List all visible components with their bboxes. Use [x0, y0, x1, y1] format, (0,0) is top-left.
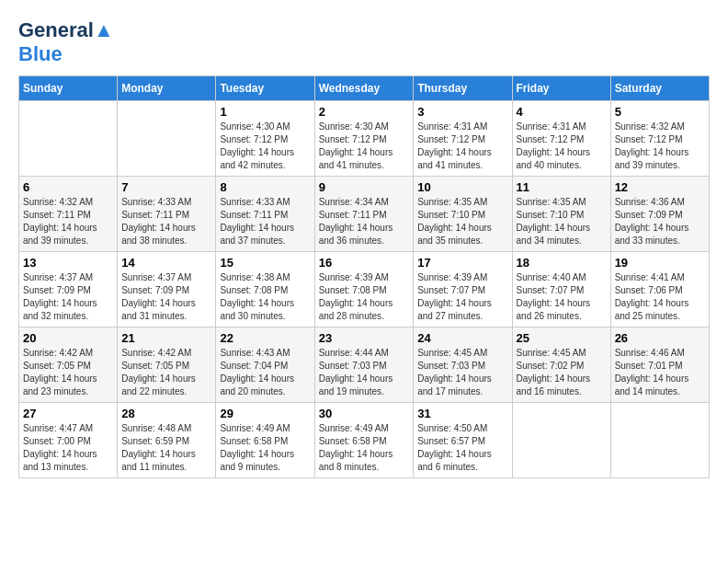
weekday-header: Friday: [512, 76, 610, 101]
calendar-cell: 15Sunrise: 4:38 AMSunset: 7:08 PMDayligh…: [216, 252, 314, 327]
day-number: 21: [121, 331, 211, 345]
calendar-cell: 30Sunrise: 4:49 AMSunset: 6:58 PMDayligh…: [314, 403, 414, 478]
calendar-cell: 11Sunrise: 4:35 AMSunset: 7:10 PMDayligh…: [512, 177, 610, 252]
page-header: General▲ Blue: [18, 18, 710, 66]
day-number: 6: [23, 180, 113, 194]
calendar-table: SundayMondayTuesdayWednesdayThursdayFrid…: [18, 75, 710, 478]
day-info: Sunrise: 4:49 AMSunset: 6:58 PMDaylight:…: [319, 422, 410, 474]
day-info: Sunrise: 4:35 AMSunset: 7:10 PMDaylight:…: [517, 196, 607, 247]
calendar-cell: 6Sunrise: 4:32 AMSunset: 7:11 PMDaylight…: [19, 177, 118, 252]
weekday-header: Saturday: [610, 76, 709, 101]
calendar-cell: 10Sunrise: 4:35 AMSunset: 7:10 PMDayligh…: [414, 177, 512, 252]
day-info: Sunrise: 4:49 AMSunset: 6:58 PMDaylight:…: [220, 422, 310, 474]
calendar-cell: 2Sunrise: 4:30 AMSunset: 7:12 PMDaylight…: [314, 101, 414, 177]
day-number: 14: [121, 256, 211, 270]
calendar-cell: 18Sunrise: 4:40 AMSunset: 7:07 PMDayligh…: [512, 252, 610, 327]
day-number: 19: [615, 256, 705, 270]
day-number: 3: [417, 105, 507, 119]
day-info: Sunrise: 4:33 AMSunset: 7:11 PMDaylight:…: [121, 196, 211, 247]
day-info: Sunrise: 4:46 AMSunset: 7:01 PMDaylight:…: [615, 347, 705, 398]
day-info: Sunrise: 4:38 AMSunset: 7:08 PMDaylight:…: [220, 271, 310, 323]
day-info: Sunrise: 4:30 AMSunset: 7:12 PMDaylight:…: [319, 121, 410, 172]
calendar-cell: 29Sunrise: 4:49 AMSunset: 6:58 PMDayligh…: [216, 403, 314, 478]
day-number: 25: [517, 331, 607, 345]
calendar-cell: 9Sunrise: 4:34 AMSunset: 7:11 PMDaylight…: [314, 177, 414, 252]
day-info: Sunrise: 4:32 AMSunset: 7:12 PMDaylight:…: [615, 121, 705, 172]
day-number: 5: [615, 105, 705, 119]
day-number: 22: [220, 331, 310, 345]
day-number: 17: [417, 256, 507, 270]
calendar-cell: 21Sunrise: 4:42 AMSunset: 7:05 PMDayligh…: [118, 327, 216, 403]
weekday-header: Monday: [118, 76, 216, 101]
calendar-cell: 14Sunrise: 4:37 AMSunset: 7:09 PMDayligh…: [118, 252, 216, 327]
day-number: 13: [23, 256, 113, 270]
calendar-cell: 20Sunrise: 4:42 AMSunset: 7:05 PMDayligh…: [19, 327, 118, 403]
calendar-cell: 3Sunrise: 4:31 AMSunset: 7:12 PMDaylight…: [414, 101, 512, 177]
day-info: Sunrise: 4:32 AMSunset: 7:11 PMDaylight:…: [23, 196, 113, 247]
calendar-cell: 26Sunrise: 4:46 AMSunset: 7:01 PMDayligh…: [610, 327, 709, 403]
logo: General▲ Blue: [18, 18, 114, 66]
day-info: Sunrise: 4:50 AMSunset: 6:57 PMDaylight:…: [417, 422, 507, 474]
day-number: 7: [121, 180, 211, 194]
day-info: Sunrise: 4:35 AMSunset: 7:10 PMDaylight:…: [417, 196, 507, 247]
day-number: 28: [121, 407, 211, 420]
day-info: Sunrise: 4:43 AMSunset: 7:04 PMDaylight:…: [220, 347, 310, 398]
day-number: 20: [23, 331, 113, 345]
day-info: Sunrise: 4:37 AMSunset: 7:09 PMDaylight:…: [121, 271, 211, 323]
day-info: Sunrise: 4:45 AMSunset: 7:03 PMDaylight:…: [417, 347, 507, 398]
day-info: Sunrise: 4:33 AMSunset: 7:11 PMDaylight:…: [220, 196, 310, 247]
day-number: 12: [615, 180, 705, 194]
day-info: Sunrise: 4:31 AMSunset: 7:12 PMDaylight:…: [417, 121, 507, 172]
calendar-cell: 28Sunrise: 4:48 AMSunset: 6:59 PMDayligh…: [118, 403, 216, 478]
day-info: Sunrise: 4:42 AMSunset: 7:05 PMDaylight:…: [121, 347, 211, 398]
day-number: 18: [517, 256, 607, 270]
day-number: 31: [417, 407, 507, 420]
day-number: 24: [417, 331, 507, 345]
day-info: Sunrise: 4:44 AMSunset: 7:03 PMDaylight:…: [319, 347, 410, 398]
day-info: Sunrise: 4:40 AMSunset: 7:07 PMDaylight:…: [517, 271, 607, 323]
weekday-header: Sunday: [19, 76, 118, 101]
calendar-cell: 1Sunrise: 4:30 AMSunset: 7:12 PMDaylight…: [216, 101, 314, 177]
day-info: Sunrise: 4:37 AMSunset: 7:09 PMDaylight:…: [23, 271, 113, 323]
calendar-cell: 19Sunrise: 4:41 AMSunset: 7:06 PMDayligh…: [610, 252, 709, 327]
day-number: 16: [319, 256, 410, 270]
logo-text: General▲ Blue: [18, 18, 114, 66]
calendar-cell: 27Sunrise: 4:47 AMSunset: 7:00 PMDayligh…: [19, 403, 118, 478]
day-number: 26: [615, 331, 705, 345]
calendar-cell: 13Sunrise: 4:37 AMSunset: 7:09 PMDayligh…: [19, 252, 118, 327]
calendar-cell: 31Sunrise: 4:50 AMSunset: 6:57 PMDayligh…: [414, 403, 512, 478]
day-number: 15: [220, 256, 310, 270]
calendar-cell: 12Sunrise: 4:36 AMSunset: 7:09 PMDayligh…: [610, 177, 709, 252]
calendar-cell: [19, 101, 118, 177]
day-number: 8: [220, 180, 310, 194]
calendar-cell: 4Sunrise: 4:31 AMSunset: 7:12 PMDaylight…: [512, 101, 610, 177]
calendar-cell: [610, 403, 709, 478]
day-info: Sunrise: 4:45 AMSunset: 7:02 PMDaylight:…: [517, 347, 607, 398]
calendar-cell: 17Sunrise: 4:39 AMSunset: 7:07 PMDayligh…: [414, 252, 512, 327]
day-info: Sunrise: 4:39 AMSunset: 7:08 PMDaylight:…: [319, 271, 410, 323]
calendar-cell: 7Sunrise: 4:33 AMSunset: 7:11 PMDaylight…: [118, 177, 216, 252]
day-info: Sunrise: 4:36 AMSunset: 7:09 PMDaylight:…: [615, 196, 705, 247]
calendar-cell: 8Sunrise: 4:33 AMSunset: 7:11 PMDaylight…: [216, 177, 314, 252]
day-number: 29: [220, 407, 310, 420]
calendar-cell: [512, 403, 610, 478]
weekday-header: Thursday: [414, 76, 512, 101]
calendar-cell: 23Sunrise: 4:44 AMSunset: 7:03 PMDayligh…: [314, 327, 414, 403]
day-number: 1: [220, 105, 310, 119]
day-number: 27: [23, 407, 113, 420]
day-info: Sunrise: 4:48 AMSunset: 6:59 PMDaylight:…: [121, 422, 211, 474]
day-number: 30: [319, 407, 410, 420]
calendar-cell: 5Sunrise: 4:32 AMSunset: 7:12 PMDaylight…: [610, 101, 709, 177]
day-info: Sunrise: 4:31 AMSunset: 7:12 PMDaylight:…: [517, 121, 607, 172]
day-info: Sunrise: 4:39 AMSunset: 7:07 PMDaylight:…: [417, 271, 507, 323]
day-info: Sunrise: 4:41 AMSunset: 7:06 PMDaylight:…: [615, 271, 705, 323]
calendar-cell: 24Sunrise: 4:45 AMSunset: 7:03 PMDayligh…: [414, 327, 512, 403]
day-number: 23: [319, 331, 410, 345]
day-number: 10: [417, 180, 507, 194]
day-info: Sunrise: 4:30 AMSunset: 7:12 PMDaylight:…: [220, 121, 310, 172]
day-number: 4: [517, 105, 607, 119]
day-number: 2: [319, 105, 410, 119]
day-number: 9: [319, 180, 410, 194]
day-number: 11: [517, 180, 607, 194]
calendar-cell: [118, 101, 216, 177]
